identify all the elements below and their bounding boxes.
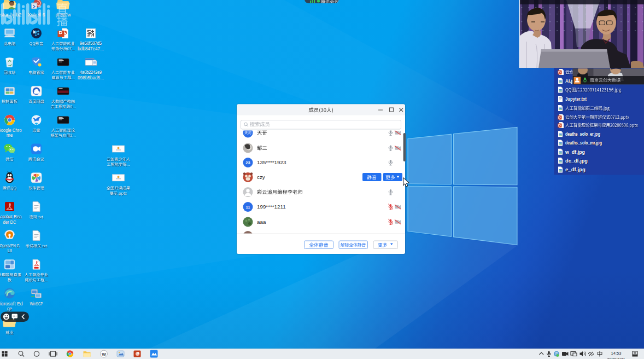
svg-text:Microsoft Ed: Microsoft Ed xyxy=(0,302,23,306)
svg-text:aaa: aaa xyxy=(257,219,266,225)
svg-text:ge: ge xyxy=(7,306,13,311)
svg-text:135****1923: 135****1923 xyxy=(257,159,286,165)
svg-text:4a6b2242e9: 4a6b2242e9 xyxy=(80,70,102,75)
svg-text:dc_df.jpg: dc_df.jpg xyxy=(565,158,588,164)
svg-text:9e58f587d5: 9e58f587d5 xyxy=(80,41,102,46)
svg-text:OpenVPN G: OpenVPN G xyxy=(0,244,20,248)
svg-text:czy: czy xyxy=(257,174,265,180)
svg-text:2020/7/21: 2020/7/21 xyxy=(607,357,625,359)
svg-text:w_df.jpg: w_df.jpg xyxy=(565,149,585,155)
svg-text:W: W xyxy=(102,352,106,357)
svg-text:deaths_solo_er.jpg: deaths_solo_er.jpg xyxy=(565,131,600,137)
svg-text:deaths_solo_mr.jpg: deaths_solo_mr.jpg xyxy=(565,140,602,146)
svg-text:23: 23 xyxy=(245,160,250,165)
svg-text:Google Chro: Google Chro xyxy=(0,128,22,133)
svg-text:UI: UI xyxy=(7,248,11,253)
svg-text:me: me xyxy=(7,133,13,138)
svg-text:Acrobat Rea: Acrobat Rea xyxy=(0,215,22,219)
svg-text:bdb847e47...: bdb847e47... xyxy=(78,47,104,51)
svg-text:199****1211: 199****1211 xyxy=(257,204,286,210)
svg-text:WinSCP: WinSCP xyxy=(30,302,43,306)
svg-text:der DC: der DC xyxy=(3,220,16,225)
svg-text:14:53: 14:53 xyxy=(611,351,622,356)
svg-text:098b5bad5...: 098b5bad5... xyxy=(78,76,104,80)
svg-text:11: 11 xyxy=(246,205,250,210)
svg-text:Jupyter.txt: Jupyter.txt xyxy=(565,96,587,102)
svg-text:e_df.jpg: e_df.jpg xyxy=(565,167,586,172)
